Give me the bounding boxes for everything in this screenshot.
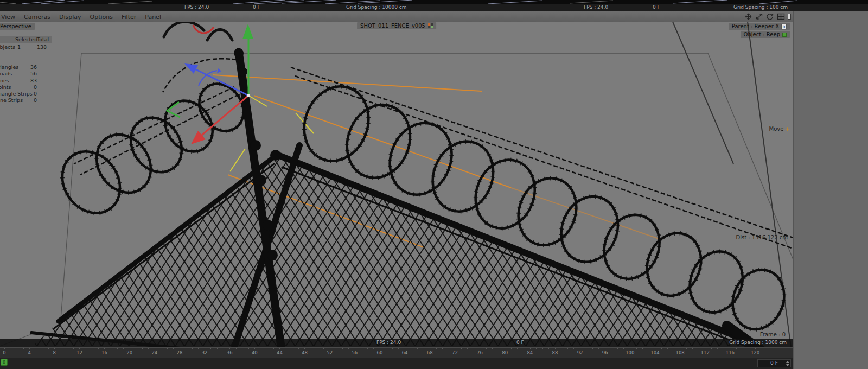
timeline-tick-label: 0 <box>3 350 5 355</box>
timeline-tick-label: 36 <box>227 350 233 355</box>
menu-view[interactable]: View <box>0 14 20 21</box>
timeline-tick-label: 40 <box>252 350 258 355</box>
timeline-tick-label: 116 <box>726 350 735 355</box>
frame-number-value: 0 F <box>770 360 778 366</box>
timeline-ruler[interactable]: 0481216202428323640444852566064687276808… <box>0 348 793 358</box>
timeline-tick-label: 16 <box>101 350 107 355</box>
fps-label: FPS : 24.0 <box>376 340 401 345</box>
hud-header: Selected Total <box>0 36 52 43</box>
panel-toggle-icon[interactable] <box>788 14 791 20</box>
move-cursor-icon: + <box>786 126 790 132</box>
timeline-tick-label: 12 <box>76 350 82 355</box>
timeline-tick-label: 64 <box>402 350 408 355</box>
gizmo-z-axis-handle <box>184 63 198 74</box>
chain-link-mesh <box>33 155 754 346</box>
timeline-tick-label: 8 <box>53 350 56 355</box>
grid-spacing-label: Grid Spacing : 100 cm <box>733 4 788 10</box>
timeline-tick-label: 52 <box>327 350 333 355</box>
timeline-tick-label: 20 <box>126 350 132 355</box>
timeline-tick-label: 44 <box>277 350 283 355</box>
hud-objects-total: 138 <box>37 44 47 50</box>
camera-distance-label: Dist : 1316.122 cm <box>736 234 788 240</box>
hud-stat-row: Triangle Strips0 <box>0 91 52 97</box>
timeline-tick-label: 4 <box>28 350 30 355</box>
frame-counter: 0 F <box>516 340 524 345</box>
timeline-tick-label: 96 <box>602 350 608 355</box>
timeline: 0481216202428323640444852566064687276808… <box>0 347 793 369</box>
scene-name-chip: SHOT_011_FENCE_v005 <box>357 22 436 29</box>
parent-object-label: Parent : Reeper X <box>732 23 779 29</box>
scene-name-label: SHOT_011_FENCE_v005 <box>360 23 425 29</box>
timeline-tick-label: 112 <box>701 350 710 355</box>
layer-badge: 0 <box>781 24 787 29</box>
timeline-tick-label: 28 <box>177 350 183 355</box>
hud-total-header: Total <box>37 36 49 42</box>
parent-object-chip: Parent : Reeper X 0 <box>729 23 790 30</box>
timeline-tick-label: 120 <box>751 350 760 355</box>
right-panel <box>793 11 868 369</box>
frame-counter: 0 F <box>653 4 660 10</box>
active-object-label: Object : Reep <box>744 31 780 37</box>
hud-stat-row: Lines83 <box>0 78 52 84</box>
timeline-lower-row: 0 0 F <box>0 358 793 369</box>
fps-label: FPS : 24.0 <box>584 4 608 10</box>
timeline-tick-label: 108 <box>675 350 684 355</box>
active-tool-label: Move + <box>769 126 790 132</box>
timeline-tick-label: 68 <box>427 350 433 355</box>
scene-marker-icon <box>428 23 433 28</box>
frame-number-field[interactable]: 0 F <box>757 359 791 367</box>
menu-cameras[interactable]: Cameras <box>20 14 55 21</box>
timeline-tick-label: 80 <box>502 350 508 355</box>
timeline-tick-label: 104 <box>650 350 659 355</box>
hud-stats: Triangles36Quads56Lines83Points0Triangle… <box>0 64 52 104</box>
timeline-tick-label: 72 <box>452 350 458 355</box>
grid-spacing-label: Grid Spacing : 10000 cm <box>346 4 407 10</box>
viewport-menus: View Cameras Display Options Filter Pane… <box>0 11 165 22</box>
gizmo-y-axis-handle <box>242 24 253 39</box>
viewport-menu-bar: View Cameras Display Options Filter Pane… <box>0 11 793 22</box>
hud-stat-row: Points0 <box>0 84 52 91</box>
spinner-up-icon[interactable] <box>786 361 789 363</box>
timeline-tick-label: 56 <box>352 350 358 355</box>
active-object-chip: Object : Reep <box>741 31 790 38</box>
current-frame-marker[interactable]: 0 <box>1 359 8 366</box>
pan-view-icon[interactable] <box>744 13 752 20</box>
camera-label[interactable]: Perspective <box>0 23 35 30</box>
scene-3d-render <box>0 22 793 347</box>
menu-filter[interactable]: Filter <box>117 14 141 21</box>
upper-viewport-wireframe-sliver <box>0 0 868 4</box>
menu-panel[interactable]: Panel <box>141 14 165 21</box>
timeline-tick-label: 88 <box>552 350 558 355</box>
zoom-view-icon[interactable] <box>755 13 763 20</box>
timeline-tick-label: 60 <box>377 350 383 355</box>
grid-spacing-label: Grid Spacing : 1000 cm <box>729 340 787 345</box>
timeline-tick-label: 100 <box>626 350 634 355</box>
frame-counter: 0 F <box>253 4 260 10</box>
scene-stats-hud: Selected Total Objects 1 138 Triangles36… <box>0 36 52 104</box>
timeline-tick-label: 92 <box>577 350 583 355</box>
hud-objects-row: Objects 1 138 <box>0 44 52 51</box>
toggle-layout-icon[interactable] <box>777 13 785 20</box>
spinner-down-icon[interactable] <box>786 364 789 366</box>
timeline-tick-label: 76 <box>477 350 483 355</box>
menu-options[interactable]: Options <box>86 14 117 21</box>
hud-stat-row: Quads56 <box>0 71 52 77</box>
cinema4d-window: FPS : 24.0 0 F Grid Spacing : 10000 cm F… <box>0 0 868 369</box>
timeline-tick-label: 48 <box>302 350 308 355</box>
upper-viewports-strip: FPS : 24.0 0 F Grid Spacing : 10000 cm F… <box>0 0 868 11</box>
hud-stat-row: Triangles36 <box>0 64 52 71</box>
current-frame-label: Frame : 0 <box>760 332 786 338</box>
rope-spline-curls <box>164 22 232 40</box>
hud-objects-label: Objects <box>0 44 15 50</box>
menu-display[interactable]: Display <box>55 14 86 21</box>
hud-selected-header: Selected <box>15 36 37 42</box>
rotate-view-icon[interactable] <box>766 13 774 20</box>
timeline-tick-label: 24 <box>151 350 157 355</box>
hud-objects-selected: 1 <box>17 44 21 50</box>
perspective-viewport[interactable]: Perspective SHOT_011_FENCE_v005 Parent :… <box>0 22 793 347</box>
hud-stat-row: Line Strips0 <box>0 97 52 104</box>
fps-label: FPS : 24.0 <box>184 4 209 10</box>
upper-viewports-info-bar: FPS : 24.0 0 F Grid Spacing : 10000 cm F… <box>0 4 868 11</box>
timeline-tick-label: 32 <box>202 350 208 355</box>
timeline-tick-label: 84 <box>527 350 533 355</box>
